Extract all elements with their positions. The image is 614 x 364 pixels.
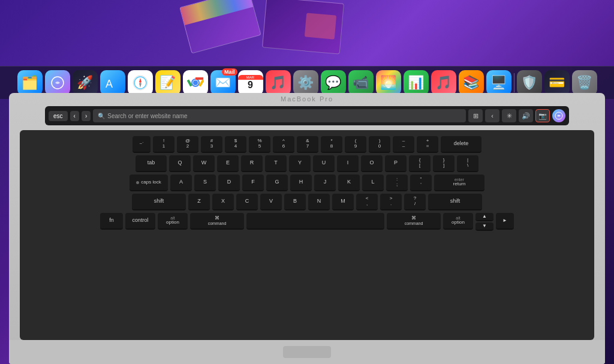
touch-bar-url-text: Search or enter website name xyxy=(107,113,187,119)
key-delete[interactable]: delete xyxy=(441,136,481,153)
key-arrow-down[interactable]: ▼ xyxy=(475,222,493,231)
dock-icon-photos[interactable]: 🌅 xyxy=(376,70,401,95)
touch-bar-tab-overview[interactable]: ⊞ xyxy=(468,109,483,122)
key-h[interactable]: H xyxy=(290,175,312,191)
key-slash[interactable]: ?/ xyxy=(404,194,426,210)
key-4[interactable]: $4 xyxy=(225,136,246,153)
key-x[interactable]: X xyxy=(212,194,234,210)
touch-bar-esc[interactable]: esc xyxy=(49,111,68,121)
key-2[interactable]: @2 xyxy=(177,136,198,153)
key-shift-right[interactable]: shift xyxy=(428,194,482,210)
key-7[interactable]: &7 xyxy=(297,136,318,153)
key-i[interactable]: I xyxy=(337,155,359,172)
dock-icon-siri[interactable] xyxy=(45,70,70,95)
key-8[interactable]: *8 xyxy=(321,136,342,153)
key-command-left[interactable]: ⌘ command xyxy=(190,213,244,230)
touch-bar-siri[interactable] xyxy=(552,109,565,122)
key-y[interactable]: Y xyxy=(289,155,311,172)
dock-icon-notes[interactable]: 📝 xyxy=(155,70,180,95)
key-k[interactable]: K xyxy=(338,175,360,191)
key-6[interactable]: ^6 xyxy=(273,136,294,153)
key-minus[interactable]: –– xyxy=(393,136,414,153)
key-shift-left[interactable]: shift xyxy=(132,194,186,210)
key-a[interactable]: A xyxy=(170,175,192,191)
key-u[interactable]: U xyxy=(313,155,335,172)
key-period[interactable]: >. xyxy=(380,194,402,210)
dock-icon-calendar[interactable]: MAR 9 xyxy=(238,70,263,95)
dock-icon-numbers[interactable]: 📊 xyxy=(404,70,429,95)
key-fn[interactable]: fn xyxy=(100,213,123,230)
key-9[interactable]: (9 xyxy=(345,136,366,153)
key-c[interactable]: C xyxy=(236,194,258,210)
key-arrow-right[interactable]: ► xyxy=(496,213,514,230)
key-quote[interactable]: "' xyxy=(410,175,432,191)
dock-icon-messages[interactable]: 💬 xyxy=(321,70,346,95)
key-f[interactable]: F xyxy=(242,175,264,191)
key-p[interactable]: P xyxy=(385,155,407,172)
key-tab[interactable]: tab xyxy=(136,155,167,172)
key-close-bracket[interactable]: }] xyxy=(433,155,455,172)
key-backslash[interactable]: |\ xyxy=(457,155,478,172)
window-thumbnail-1[interactable] xyxy=(179,0,261,54)
key-capslock[interactable]: caps lock xyxy=(130,175,168,191)
key-command-right[interactable]: ⌘ command xyxy=(387,213,441,230)
key-option-left[interactable]: alt option xyxy=(158,213,188,230)
key-comma[interactable]: <, xyxy=(356,194,378,210)
dock-icon-itunes[interactable]: 🎵 xyxy=(266,70,291,95)
dock-icon-safari[interactable] xyxy=(128,70,153,95)
window-thumbnail-2[interactable] xyxy=(262,0,344,55)
key-return[interactable]: enter return xyxy=(434,175,484,191)
key-equals[interactable]: += xyxy=(417,136,438,153)
key-semicolon[interactable]: :; xyxy=(386,175,408,191)
key-t[interactable]: T xyxy=(265,155,287,172)
key-v[interactable]: V xyxy=(260,194,282,210)
key-5[interactable]: %5 xyxy=(249,136,270,153)
touch-bar-screenshot[interactable]: 📷 xyxy=(535,109,550,122)
dock-icon-facetime[interactable]: 📹 xyxy=(348,70,374,95)
key-z[interactable]: Z xyxy=(188,194,210,210)
key-g[interactable]: G xyxy=(266,175,288,191)
key-arrow-up[interactable]: ▲ xyxy=(475,213,493,221)
key-s[interactable]: S xyxy=(194,175,216,191)
dock-icon-wipr[interactable]: 🛡️ xyxy=(517,70,542,95)
key-w[interactable]: W xyxy=(193,155,215,172)
dock-icon-chrome[interactable] xyxy=(183,70,208,95)
key-row-zxcv: shift Z X C V B N M <, >. ?/ shift xyxy=(27,194,587,210)
dock-icon-finder[interactable]: 🗂️ xyxy=(17,70,43,95)
key-j[interactable]: J xyxy=(314,175,336,191)
key-0[interactable]: )0 xyxy=(369,136,390,153)
touch-bar-brightness[interactable]: ✳ xyxy=(502,109,516,122)
touch-bar-volume[interactable]: 🔊 xyxy=(519,109,533,122)
key-l[interactable]: L xyxy=(362,175,384,191)
key-row-asdf: caps lock A S D F G H J K L :; "' enter … xyxy=(27,175,587,191)
touch-bar-url-bar[interactable]: 🔍 Search or enter website name xyxy=(93,109,466,122)
key-e[interactable]: E xyxy=(217,155,239,172)
key-3[interactable]: #3 xyxy=(201,136,222,153)
key-option-right[interactable]: alt option xyxy=(443,213,473,230)
dock-icon-mail[interactable]: ✉️ Mail xyxy=(210,70,236,95)
key-tilde[interactable]: ~` xyxy=(133,136,151,153)
key-r[interactable]: R xyxy=(241,155,263,172)
dock-icon-system-preferences[interactable]: ⚙️ xyxy=(293,70,318,95)
dock-icon-trash[interactable]: 🗑️ xyxy=(572,70,597,95)
dock-icon-books[interactable]: 📚 xyxy=(459,70,484,95)
touch-bar-prev-tab[interactable]: ‹ xyxy=(485,109,499,122)
dock-icon-wallet[interactable]: 💳 xyxy=(544,70,570,95)
key-d[interactable]: D xyxy=(218,175,240,191)
key-m[interactable]: M xyxy=(332,194,354,210)
dock-icon-keynote[interactable]: 🖥️ xyxy=(486,70,511,95)
dock-icon-appstore[interactable]: A xyxy=(100,70,125,95)
touch-bar-back[interactable]: ‹ xyxy=(70,111,79,121)
key-q[interactable]: Q xyxy=(169,155,191,172)
dock-icon-launchpad[interactable]: 🚀 xyxy=(73,70,98,95)
key-b[interactable]: B xyxy=(284,194,306,210)
touch-bar-forward[interactable]: › xyxy=(82,111,91,121)
dock-icon-music[interactable]: 🎵 xyxy=(431,70,456,95)
key-open-bracket[interactable]: {[ xyxy=(409,155,431,172)
key-o[interactable]: O xyxy=(361,155,383,172)
key-n[interactable]: N xyxy=(308,194,330,210)
key-control[interactable]: control xyxy=(125,213,155,230)
key-row-bottom: fn control alt option ⌘ command ⌘ comman… xyxy=(27,213,587,231)
key-1[interactable]: !1 xyxy=(153,136,174,153)
key-space[interactable] xyxy=(246,213,384,230)
